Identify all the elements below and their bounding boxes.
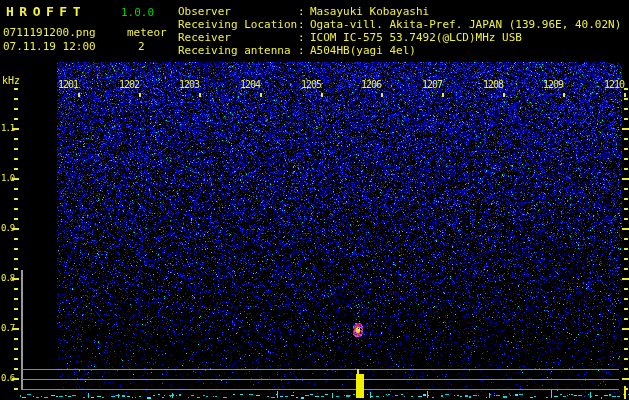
time-label: 1209 (537, 79, 569, 90)
freq-minor-tick-right (624, 168, 628, 170)
freq-minor-tick-right (624, 208, 628, 210)
freq-major-tick-right (622, 278, 629, 280)
freq-tick-label: 0.8 (1, 273, 19, 283)
info-row: Observer: Masayuki Kobayashi (178, 5, 621, 18)
hrofft-output: kHz 1.11.00.90.80.70.6120112021203120412… (0, 0, 629, 400)
freq-minor-tick-left (14, 208, 18, 210)
freq-minor-tick-right (624, 318, 628, 320)
chart-overlay: kHz 1.11.00.90.80.70.6120112021203120412… (0, 0, 629, 400)
app-version: 1.0.0 (121, 6, 154, 19)
freq-minor-tick-right (624, 248, 628, 250)
level-gridline (21, 379, 619, 380)
freq-minor-tick-right (624, 238, 628, 240)
freq-minor-tick-right (624, 148, 628, 150)
time-label: 1205 (295, 79, 327, 90)
freq-axis-unit-label: kHz (2, 75, 20, 86)
datetime-label: 07.11.19 12:00 (3, 41, 96, 52)
freq-tick-label: 0.6 (1, 373, 19, 383)
filename-label: 0711191200.png (3, 27, 96, 38)
freq-minor-tick-left (14, 148, 18, 150)
freq-minor-tick-right (624, 288, 628, 290)
time-tick (260, 93, 262, 97)
freq-minor-tick-left (14, 368, 18, 370)
freq-minor-tick-right (624, 198, 628, 200)
freq-minor-tick-left (14, 338, 18, 340)
freq-minor-tick-right (624, 338, 628, 340)
freq-minor-tick-right (624, 298, 628, 300)
freq-minor-tick-left (14, 248, 18, 250)
freq-minor-tick-right (624, 258, 628, 260)
info-label: Receiving Location (178, 18, 298, 31)
info-value: Ogata-vill. Akita-Pref. JAPAN (139.96E, … (310, 18, 621, 31)
freq-major-tick-right (622, 178, 629, 180)
freq-minor-tick-right (624, 218, 628, 220)
freq-tick-label: 1.1 (1, 123, 19, 133)
time-tick (442, 93, 444, 97)
freq-minor-tick-right (624, 158, 628, 160)
freq-minor-tick-left (14, 358, 18, 360)
freq-minor-tick-left (14, 188, 18, 190)
freq-minor-tick-left (14, 388, 18, 390)
app-title: HROFFT (6, 4, 86, 19)
freq-tick-label: 0.9 (1, 223, 19, 233)
meteor-signal-bar (356, 374, 364, 398)
freq-minor-tick-right (624, 98, 628, 100)
info-row: Receiving Location: Ogata-vill. Akita-Pr… (178, 18, 621, 31)
freq-major-tick-right (622, 228, 629, 230)
station-info-block: Observer: Masayuki KobayashiReceiving Lo… (178, 5, 621, 57)
time-label: 1201 (52, 79, 84, 90)
freq-minor-tick-left (14, 288, 18, 290)
time-label: 1210 (598, 79, 629, 90)
freq-minor-tick-right (624, 268, 628, 270)
observation-mode-label: meteor (127, 27, 167, 38)
freq-major-tick-right (622, 378, 629, 380)
freq-minor-tick-right (624, 368, 628, 370)
level-gridline (21, 389, 619, 390)
freq-minor-tick-left (14, 198, 18, 200)
freq-minor-tick-left (14, 118, 18, 120)
freq-minor-tick-left (14, 108, 18, 110)
info-separator: : (298, 44, 310, 57)
info-label: Receiving antenna (178, 44, 298, 57)
freq-major-tick-right (622, 328, 629, 330)
info-separator: : (298, 18, 310, 31)
freq-minor-tick-left (14, 98, 18, 100)
time-label: 1207 (416, 79, 448, 90)
time-label: 1204 (234, 79, 266, 90)
freq-minor-tick-left (14, 298, 18, 300)
time-tick (563, 93, 565, 97)
freq-minor-tick-right (624, 358, 628, 360)
time-tick (199, 93, 201, 97)
freq-minor-tick-left (14, 308, 18, 310)
time-label: 1202 (113, 79, 145, 90)
freq-minor-tick-left (14, 218, 18, 220)
freq-minor-tick-left (14, 268, 18, 270)
time-tick (503, 93, 505, 97)
freq-minor-tick-right (624, 138, 628, 140)
time-tick (381, 93, 383, 97)
info-label: Observer (178, 5, 298, 18)
freq-minor-tick-right (624, 118, 628, 120)
info-separator: : (298, 31, 310, 44)
freq-minor-tick-left (14, 348, 18, 350)
time-label: 1208 (477, 79, 509, 90)
info-value: ICOM IC-575 53.7492(@LCD)MHz USB (310, 31, 522, 44)
freq-minor-tick-left (14, 168, 18, 170)
info-separator: : (298, 5, 310, 18)
meteor-signal-bar-spike (357, 369, 359, 375)
freq-minor-tick-left (14, 258, 18, 260)
level-gridline (21, 369, 619, 370)
level-axis-line (21, 270, 23, 390)
info-row: Receiving antenna: A504HB(yagi 4el) (178, 44, 621, 57)
freq-minor-tick-right (624, 108, 628, 110)
freq-minor-tick-left (14, 318, 18, 320)
freq-minor-tick-right (624, 308, 628, 310)
time-tick (321, 93, 323, 97)
freq-minor-tick-left (14, 158, 18, 160)
info-value: Masayuki Kobayashi (310, 5, 429, 18)
freq-minor-tick-right (624, 388, 628, 390)
freq-minor-tick-left (14, 138, 18, 140)
time-label: 1206 (355, 79, 387, 90)
info-label: Receiver (178, 31, 298, 44)
freq-minor-tick-right (624, 348, 628, 350)
